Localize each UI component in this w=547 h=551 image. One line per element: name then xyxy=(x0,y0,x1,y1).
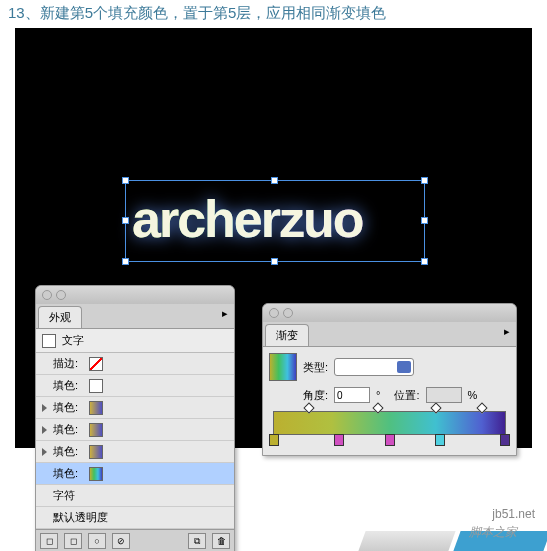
gradient-preview[interactable] xyxy=(269,353,297,381)
row-swatch[interactable] xyxy=(89,467,103,481)
appearance-row[interactable]: 填色: xyxy=(36,441,234,463)
gradient-ramp[interactable] xyxy=(273,411,506,435)
new-fill-icon[interactable]: ◻ xyxy=(40,533,58,549)
gradient-stop[interactable] xyxy=(334,434,344,446)
appearance-row[interactable]: 默认透明度 xyxy=(36,507,234,529)
tab-row: 外观 ▸ xyxy=(36,304,234,329)
row-swatch[interactable] xyxy=(89,445,103,459)
gradient-panel[interactable]: 渐变 ▸ 类型: 角度: ° 位置: % xyxy=(262,303,517,456)
gradient-body: 类型: 角度: ° 位置: % xyxy=(263,347,516,455)
duplicate-icon[interactable]: ⧉ xyxy=(188,533,206,549)
new-effect-icon[interactable]: ○ xyxy=(88,533,106,549)
appearance-row[interactable]: 填色: xyxy=(36,397,234,419)
handle-tm[interactable] xyxy=(271,177,278,184)
handle-bl[interactable] xyxy=(122,258,129,265)
gradient-stop[interactable] xyxy=(385,434,395,446)
position-input[interactable] xyxy=(426,387,462,403)
row-label: 字符 xyxy=(53,488,83,503)
minimize-icon[interactable] xyxy=(56,290,66,300)
clear-icon[interactable]: ⊘ xyxy=(112,533,130,549)
row-swatch[interactable] xyxy=(89,423,103,437)
row-label: 填色: xyxy=(53,400,83,415)
gradient-midpoint[interactable] xyxy=(430,402,441,413)
handle-mr[interactable] xyxy=(421,217,428,224)
disclosure-icon[interactable] xyxy=(42,448,47,456)
watermark-url: jb51.net xyxy=(492,507,535,521)
watermark-bar xyxy=(358,531,455,551)
position-unit: % xyxy=(468,389,478,401)
tab-appearance[interactable]: 外观 xyxy=(38,306,82,328)
handle-ml[interactable] xyxy=(122,217,129,224)
watermark-name: 脚本之家 xyxy=(469,524,517,541)
target-swatch xyxy=(42,334,56,348)
appearance-row[interactable]: 填色: xyxy=(36,419,234,441)
trash-icon[interactable]: 🗑 xyxy=(212,533,230,549)
angle-input[interactable] xyxy=(334,387,370,403)
disclosure-icon[interactable] xyxy=(42,404,47,412)
tab-row: 渐变 ▸ xyxy=(263,322,516,347)
row-label: 填色: xyxy=(53,378,83,393)
gradient-stop[interactable] xyxy=(500,434,510,446)
row-label: 填色: xyxy=(53,444,83,459)
step-instruction: 13、新建第5个填充颜色，置于第5层，应用相同渐变填色 xyxy=(0,0,547,27)
gradient-midpoint[interactable] xyxy=(372,402,383,413)
appearance-row[interactable]: 描边: xyxy=(36,353,234,375)
target-label: 文字 xyxy=(62,333,84,348)
appearance-row[interactable]: 字符 xyxy=(36,485,234,507)
new-stroke-icon[interactable]: ◻ xyxy=(64,533,82,549)
row-label: 描边: xyxy=(53,356,83,371)
panel-titlebar[interactable] xyxy=(36,286,234,304)
appearance-target: 文字 xyxy=(36,329,234,353)
gradient-type-dropdown[interactable] xyxy=(334,358,414,376)
type-label: 类型: xyxy=(303,360,328,375)
handle-tl[interactable] xyxy=(122,177,129,184)
text-layer-fill: archerzuo xyxy=(132,189,363,249)
minimize-icon[interactable] xyxy=(283,308,293,318)
row-swatch[interactable] xyxy=(89,379,103,393)
row-label: 填色: xyxy=(53,466,83,481)
row-label: 填色: xyxy=(53,422,83,437)
angle-label: 角度: xyxy=(303,388,328,403)
panel-menu-icon[interactable]: ▸ xyxy=(498,322,516,346)
panel-titlebar[interactable] xyxy=(263,304,516,322)
angle-unit: ° xyxy=(376,389,380,401)
position-label: 位置: xyxy=(394,388,419,403)
gradient-midpoint[interactable] xyxy=(476,402,487,413)
panel-footer: ◻ ◻ ○ ⊘ ⧉ 🗑 xyxy=(36,529,234,551)
handle-tr[interactable] xyxy=(421,177,428,184)
handle-br[interactable] xyxy=(421,258,428,265)
panel-menu-icon[interactable]: ▸ xyxy=(216,304,234,328)
row-swatch[interactable] xyxy=(89,357,103,371)
appearance-row[interactable]: 填色: xyxy=(36,463,234,485)
selection-bounds[interactable]: archerzuo archerzuo xyxy=(125,180,425,262)
disclosure-icon[interactable] xyxy=(42,426,47,434)
handle-bm[interactable] xyxy=(271,258,278,265)
appearance-row[interactable]: 填色: xyxy=(36,375,234,397)
close-icon[interactable] xyxy=(42,290,52,300)
gradient-stop[interactable] xyxy=(435,434,445,446)
gradient-stop[interactable] xyxy=(269,434,279,446)
gradient-midpoint[interactable] xyxy=(303,402,314,413)
close-icon[interactable] xyxy=(269,308,279,318)
appearance-panel[interactable]: 外观 ▸ 文字 描边:填色:填色:填色:填色:填色:字符默认透明度 ◻ ◻ ○ … xyxy=(35,285,235,551)
tab-gradient[interactable]: 渐变 xyxy=(265,324,309,346)
row-label: 默认透明度 xyxy=(53,510,108,525)
row-swatch[interactable] xyxy=(89,401,103,415)
